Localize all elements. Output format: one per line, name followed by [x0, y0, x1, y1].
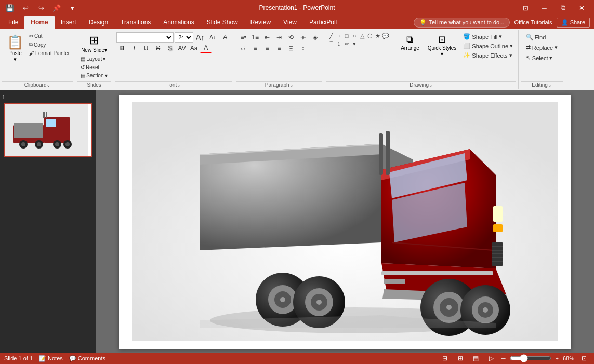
paragraph-expand-icon[interactable]: ⌄: [289, 82, 294, 88]
font-size-select[interactable]: 24: [175, 32, 193, 43]
strikethrough-button[interactable]: S: [152, 43, 164, 53]
office-tutorials-link[interactable]: Office Tutorials: [514, 19, 552, 25]
shape-freeform[interactable]: ✏: [343, 40, 350, 47]
shape-star[interactable]: ★: [374, 32, 381, 39]
tab-design[interactable]: Design: [83, 16, 114, 29]
bullets-button[interactable]: ≡•: [237, 32, 249, 43]
view-reading-button[interactable]: ▤: [470, 354, 482, 362]
tab-file[interactable]: File: [2, 16, 24, 29]
drawing-expand-icon[interactable]: ⌄: [429, 82, 433, 88]
format-painter-button[interactable]: 🖌 Format Painter: [27, 49, 72, 57]
numbering-button[interactable]: 1≡: [249, 32, 261, 43]
shape-oval[interactable]: ○: [351, 32, 358, 39]
font-name-select[interactable]: [116, 32, 174, 43]
copy-button[interactable]: ⧉ Copy: [27, 41, 72, 49]
zoom-plus-icon[interactable]: +: [556, 355, 559, 361]
close-button[interactable]: ✕: [573, 1, 590, 15]
find-button[interactable]: 🔍 Find: [524, 32, 548, 42]
view-slideshow-button[interactable]: ▷: [486, 354, 497, 362]
comments-button[interactable]: 💬 Comments: [69, 355, 105, 362]
new-slide-button[interactable]: ⊞ New Slide ▾: [78, 32, 110, 55]
shape-more[interactable]: ▾: [351, 40, 358, 47]
tab-slideshow[interactable]: Slide Show: [201, 16, 244, 29]
select-button[interactable]: ↖ Select ▾: [524, 53, 555, 63]
shadow-button[interactable]: S: [164, 43, 176, 53]
clipboard-expand-icon[interactable]: ⌄: [46, 82, 50, 88]
clear-format-button[interactable]: A: [219, 32, 231, 43]
italic-button[interactable]: I: [128, 43, 140, 53]
shape-rect[interactable]: □: [343, 32, 350, 39]
slide-thumbnail-1[interactable]: [4, 103, 92, 157]
shape-connector[interactable]: ⤵: [335, 40, 342, 47]
share-button[interactable]: 👤 Share: [557, 18, 590, 28]
customize-icon[interactable]: 📌: [51, 2, 62, 14]
save-icon[interactable]: 💾: [4, 2, 16, 14]
tab-insert[interactable]: Insert: [55, 16, 83, 29]
align-center-button[interactable]: ≡: [249, 43, 261, 53]
svg-rect-54: [384, 279, 405, 284]
quick-styles-button[interactable]: ⊡ Quick Styles ▾: [425, 32, 459, 58]
undo-icon[interactable]: ↩: [20, 2, 31, 14]
align-text-button[interactable]: ⟛: [297, 32, 309, 43]
tab-transitions[interactable]: Transitions: [114, 16, 157, 29]
align-right-button[interactable]: ≡: [261, 43, 273, 53]
text-direction-button[interactable]: ⟲: [285, 32, 297, 43]
fit-to-window-button[interactable]: ⊡: [578, 354, 590, 362]
font-color-button[interactable]: A: [200, 43, 212, 53]
shape-outline-button[interactable]: ⬜ Shape Outline ▾: [461, 42, 515, 50]
shape-callout[interactable]: 💬: [382, 32, 389, 39]
title-bar: 💾 ↩ ↪ 📌 ▾ Presentation1 - PowerPoint ⊡ ─…: [0, 0, 594, 16]
shape-triangle[interactable]: △: [359, 32, 366, 39]
shape-fill-icon: 🪣: [463, 33, 470, 40]
shape-hex[interactable]: ⬡: [366, 32, 374, 39]
tab-participoll[interactable]: ParticiPoll: [303, 16, 343, 29]
minimize-button[interactable]: ─: [536, 1, 552, 15]
shape-line[interactable]: ╱: [327, 32, 335, 39]
restore-button[interactable]: ⧉: [555, 1, 571, 15]
justify-button[interactable]: ≡: [273, 43, 285, 53]
font-expand-icon[interactable]: ⌄: [177, 82, 181, 88]
decrease-font-button[interactable]: A↓: [207, 32, 218, 43]
font-group: 24 A↑ A↓ A B I U S S AV Aa A F: [113, 30, 234, 89]
decrease-indent-button[interactable]: ⇤: [261, 32, 273, 43]
tab-review[interactable]: Review: [244, 16, 277, 29]
shape-effects-button[interactable]: ✨ Shape Effects ▾: [461, 51, 515, 60]
shape-arrow[interactable]: →: [335, 32, 342, 39]
view-normal-button[interactable]: ⊟: [439, 354, 451, 362]
paste-button[interactable]: 📋 Paste ▾: [3, 32, 27, 65]
editing-expand-icon[interactable]: ⌄: [548, 82, 552, 88]
arrange-button[interactable]: ⧉ Arrange: [397, 32, 423, 53]
columns-button[interactable]: ⊟: [285, 43, 297, 53]
smart-art-button[interactable]: ◈: [309, 32, 321, 43]
cut-button[interactable]: ✂ Cut: [27, 32, 72, 40]
section-icon: ▤: [81, 73, 85, 78]
zoom-minus-icon[interactable]: ─: [501, 355, 506, 361]
bold-button[interactable]: B: [116, 43, 128, 53]
section-button[interactable]: ▤ Section ▾: [78, 72, 109, 79]
shape-fill-dropdown: ▾: [499, 33, 502, 40]
notes-button[interactable]: 📝 Notes: [39, 355, 63, 362]
paste-dropdown-icon: ▾: [14, 56, 17, 63]
increase-indent-button[interactable]: ⇥: [273, 32, 285, 43]
view-slide-sorter-button[interactable]: ⊞: [455, 354, 466, 362]
tab-animations[interactable]: Animations: [157, 16, 200, 29]
increase-font-button[interactable]: A↑: [194, 32, 206, 43]
change-case-button[interactable]: Aa: [188, 43, 200, 53]
shape-arc[interactable]: ⌒: [327, 40, 335, 47]
underline-button[interactable]: U: [140, 43, 152, 53]
zoom-slider[interactable]: [510, 354, 551, 362]
layout-button[interactable]: ▤ Layout ▾: [78, 55, 109, 63]
line-spacing-button[interactable]: ↕: [297, 43, 309, 53]
reset-button[interactable]: ↺ Reset: [78, 63, 109, 71]
redo-icon[interactable]: ↪: [35, 2, 47, 14]
tab-view[interactable]: View: [277, 16, 303, 29]
qa-dropdown-icon[interactable]: ▾: [67, 2, 78, 14]
window-mode-button[interactable]: ⊡: [517, 1, 534, 15]
char-spacing-button[interactable]: AV: [176, 43, 188, 53]
tab-home[interactable]: Home: [24, 16, 54, 29]
replace-button[interactable]: ⇄ Replace ▾: [524, 43, 560, 52]
slide-canvas[interactable]: [119, 95, 571, 349]
align-left-button[interactable]: ⫝̸: [237, 43, 249, 53]
tell-me-input[interactable]: 💡 Tell me what you want to do...: [414, 18, 510, 28]
shape-fill-button[interactable]: 🪣 Shape Fill ▾: [461, 32, 515, 41]
